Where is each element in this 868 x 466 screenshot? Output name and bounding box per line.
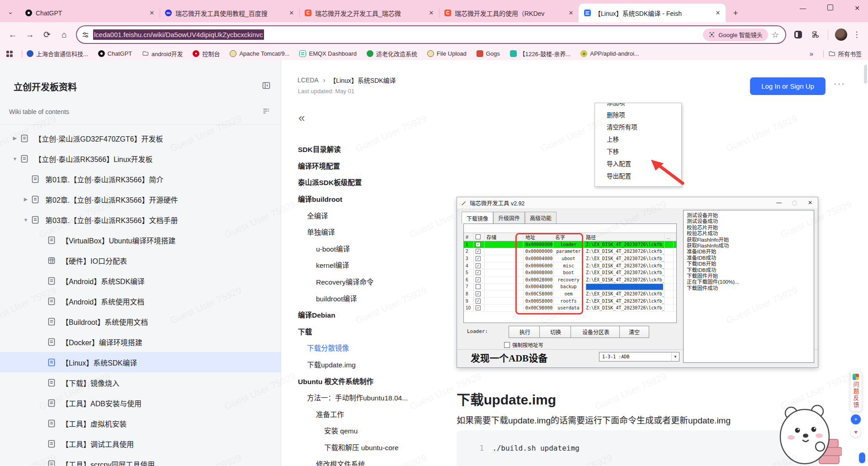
rkdevtool-log-line: 准备IDB开始 (687, 249, 811, 255)
chevron-down-icon[interactable]: ▼ (21, 217, 31, 223)
chevron-right-icon[interactable]: ▶ (10, 135, 20, 141)
apps-grid-icon[interactable] (6, 51, 13, 57)
doc-icon (47, 276, 56, 285)
outline-item[interactable]: 方法一：手动制作ubuntu18.04... (298, 389, 447, 406)
outline-item[interactable]: 下载分散镜像 (298, 339, 447, 356)
doc-more-button[interactable]: ··· (834, 78, 845, 89)
outline-item[interactable]: Recovery编译命令 (298, 273, 447, 290)
sidebar-item[interactable]: 第01章.【立创·泰山派RK3566】简介 (0, 169, 281, 189)
bookmarks-overflow-chevron[interactable]: » (810, 50, 813, 57)
bookmark-item[interactable]: android开发 (142, 49, 183, 58)
sidebar-item[interactable]: ▶【立创·梁山派GD32F470ZGT6】开发板 (0, 128, 281, 148)
breadcrumb-root[interactable]: LCEDA (297, 76, 319, 84)
window-close-button[interactable]: ✕ (853, 5, 862, 12)
bookmark-item[interactable]: 【1226-鼓楼-亲养... (510, 49, 571, 58)
chrome-menu-kebab-icon[interactable]: ⋮ (850, 30, 863, 39)
outline-item[interactable]: 单独编译 (298, 223, 447, 240)
feedback-widget[interactable]: 问题反馈 + ♥ (849, 371, 863, 437)
tab-close-icon[interactable]: ✕ (288, 9, 296, 17)
chevron-down-icon[interactable]: ▼ (10, 156, 20, 162)
outline-item[interactable]: Ubuntu 根文件系统制作 (298, 372, 447, 389)
sidebar-item[interactable]: 【Android】系统使用文档 (0, 291, 281, 311)
sidebar-item-label: 【Android】系统使用文档 (61, 296, 144, 307)
outline-item[interactable]: u-boot编译 (298, 240, 447, 257)
feedback-plus-button[interactable]: + (851, 414, 861, 424)
rkdevtool-tabs: 下载镜像升级固件高级功能 (462, 212, 557, 224)
outline-item[interactable]: 安装 qemu (298, 422, 447, 439)
forward-button[interactable]: → (22, 27, 38, 43)
outline-item[interactable]: SDK目录解读 (298, 141, 447, 157)
outline-item[interactable]: 准备工作 (298, 406, 447, 423)
bookmark-item[interactable]: 适老化改造系统 (367, 49, 417, 58)
bookmark-label: Apache Tomcat/9... (239, 50, 289, 57)
home-button[interactable]: ⌂ (56, 27, 72, 43)
sidebar-item[interactable]: 【工具】虚拟机安装 (0, 413, 281, 433)
sidebar-item[interactable]: 【Docker】编译环境搭建 (0, 332, 281, 352)
tab-search-chevron-icon[interactable]: ⌄ (5, 6, 16, 18)
outline-item[interactable]: buildroot编译 (298, 290, 447, 306)
bookmark-item[interactable]: File Upload (427, 50, 467, 57)
bookmark-item[interactable]: 控制台 (193, 49, 220, 58)
tab-close-icon[interactable]: ✕ (148, 9, 156, 17)
browser-tab[interactable]: C瑞芯微开发工具的使用（RKDev✕ (439, 4, 579, 22)
sidebar-item[interactable]: 【Android】系统SDK编译 (0, 271, 281, 291)
google-lens-chip[interactable]: Google 智能镜头 (703, 29, 768, 41)
outline-item[interactable]: 泰山派SDK板级配置 (298, 174, 447, 190)
reload-button[interactable]: ⟳ (39, 27, 55, 43)
all-bookmarks-button[interactable]: 所有书签 (828, 49, 862, 58)
window-maximize-button[interactable] (826, 5, 835, 12)
outline-item[interactable]: 编译环境配置 (298, 157, 447, 174)
browser-tab-active[interactable]: 【Linux】系统SDK编译 - Feish✕ (579, 4, 726, 22)
pinned-extension-icon[interactable] (790, 27, 806, 43)
feedback-heart-button[interactable]: ♥ (851, 427, 861, 437)
back-button[interactable]: ← (5, 27, 21, 43)
sidebar-item[interactable]: 【下载】镜像烧入 (0, 372, 281, 393)
sidebar-item[interactable]: 【工具】调试工具使用 (0, 433, 281, 454)
outline-item[interactable]: 编译Debian (298, 306, 447, 323)
sidebar-item[interactable]: 【工具】scrcpy同屏工具使用 (0, 454, 281, 466)
sidebar-item[interactable]: ▼【立创·泰山派RK3566】Linux开发板 (0, 148, 281, 169)
profile-avatar[interactable] (833, 27, 849, 43)
outline-item[interactable]: kernel编译 (298, 257, 447, 273)
sidebar-item[interactable]: 【VirtualBox】Ubuntu编译环境搭建 (0, 230, 281, 250)
sidebar-item[interactable]: 【Linux】系统SDK编译 (0, 352, 281, 372)
sidebar-item[interactable]: 【硬件】IO口分配表 (0, 250, 281, 271)
bookmark-item[interactable]: 上海合宙通信科技... (27, 49, 88, 58)
page-scrollbar-thumb[interactable] (864, 65, 867, 84)
browser-tab[interactable]: C瑞芯微开发之开发工具_瑞芯微✕ (299, 4, 439, 22)
outline-item[interactable]: 下载和解压 ubuntu-core (298, 439, 447, 456)
outline-item[interactable]: 修改根文件系统 (298, 455, 447, 466)
sidebar-collapse-icon[interactable] (262, 81, 271, 90)
sidebar-item[interactable]: ▼第03章.【立创·泰山派RK3566】文档手册 (0, 209, 281, 230)
sidebar-item[interactable]: 【工具】ADB安装与使用 (0, 393, 281, 413)
sidebar-item[interactable]: ▶第02章.【立创·泰山派RK3566】开源硬件 (0, 189, 281, 209)
bookmark-item[interactable]: Gogs (476, 50, 500, 57)
outline-item[interactable]: 下载update.img (298, 356, 447, 373)
outline-item[interactable]: 全编译 (298, 207, 447, 223)
bookmark-item[interactable]: ChatGPT (98, 50, 132, 57)
browser-tab[interactable]: ChatGPT✕ (20, 4, 160, 22)
browser-tab[interactable]: du瑞芯微开发工具使用教程_百度搜✕ (160, 4, 299, 22)
outline-item[interactable]: 编译buildroot (298, 190, 447, 207)
code-block[interactable]: 1 ./build.sh updateimg (457, 430, 818, 466)
outline-collapse-icon[interactable]: « (298, 111, 305, 125)
scrollbar-corner-thumb[interactable] (859, 452, 865, 463)
bookmark-star-icon[interactable]: ☆ (772, 30, 779, 40)
sidebar-item[interactable]: 【Buildroot】系统使用文档 (0, 311, 281, 332)
new-tab-button[interactable]: + (729, 7, 742, 19)
feedback-sticker[interactable]: 问题反馈 (850, 371, 862, 412)
toc-display-settings-icon[interactable] (262, 107, 270, 115)
sidebar-item-label: 第03章.【立创·泰山派RK3566】文档手册 (45, 214, 178, 225)
address-bar[interactable]: lceda001.feishu.cn/wiki/Da5owUV4dipiqUkZ… (76, 25, 786, 44)
site-settings-icon[interactable] (81, 31, 90, 39)
tab-close-icon[interactable]: ✕ (427, 9, 435, 17)
tab-close-icon[interactable]: ✕ (567, 9, 575, 17)
bookmark-item[interactable]: Apache Tomcat/9... (230, 50, 289, 57)
extensions-puzzle-icon[interactable] (807, 27, 823, 43)
outline-item[interactable]: 下载 (298, 323, 447, 340)
bookmark-item[interactable]: EMQX Dashboard (299, 50, 357, 57)
bookmark-item[interactable]: APP/aplid-androi... (580, 50, 639, 57)
window-minimize-button[interactable]: — (798, 5, 807, 12)
chevron-right-icon[interactable]: ▶ (21, 196, 31, 202)
tab-close-icon[interactable]: ✕ (714, 9, 722, 17)
